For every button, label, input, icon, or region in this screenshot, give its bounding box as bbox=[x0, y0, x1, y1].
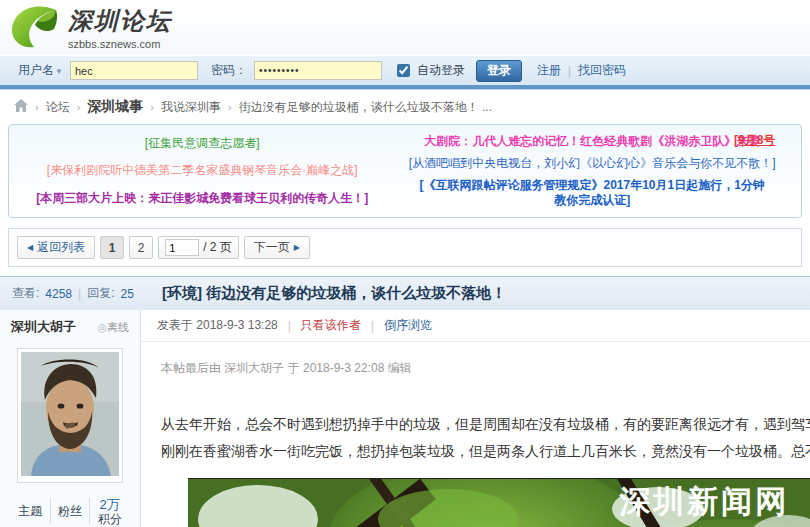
post-meta-bar: 发表于 2018-9-3 13:28 | 只看该作者 | 倒序浏览 bbox=[141, 310, 810, 342]
watermark-en: sznews.com bbox=[619, 519, 806, 527]
thread-title: [环境] 街边没有足够的垃圾桶，谈什么垃圾不落地！ bbox=[162, 284, 506, 303]
breadcrumb-separator: › bbox=[35, 101, 39, 113]
photo-watermark: 深圳新闻网 sznews.com bbox=[619, 485, 806, 527]
password-label: 密码： bbox=[211, 62, 247, 79]
site-header: 深圳论坛 szbbs.sznews.com bbox=[0, 0, 810, 55]
back-to-list-button[interactable]: ◀ 返回列表 bbox=[17, 236, 95, 259]
stat-points[interactable]: 2万 积分 bbox=[90, 497, 129, 526]
breadcrumb-city[interactable]: 深圳城事 bbox=[87, 98, 143, 116]
reverse-order-link[interactable]: 倒序浏览 bbox=[384, 317, 432, 334]
post-row: 深圳大胡子 ◎离线 主题 粉丝 bbox=[0, 310, 810, 527]
divider: | bbox=[78, 287, 81, 301]
site-logo[interactable]: 深圳论坛 szbbs.sznews.com bbox=[10, 3, 172, 52]
post-line: 刚刚在香蜜湖香水一街吃完饭，想扔掉包装垃圾，但是两条人行道上几百米长，竟然没有一… bbox=[161, 438, 810, 465]
post-time: 发表于 2018-9-3 13:28 bbox=[157, 317, 278, 334]
announcement-link[interactable]: [从酒吧唱到中央电视台，刘小幻《以心幻心》音乐会与你不见不散！] bbox=[389, 156, 795, 171]
chevron-right-icon: ▶ bbox=[294, 243, 300, 252]
replies-label: 回复: bbox=[87, 285, 114, 302]
pagination-bar: ◀ 返回列表 1 2 / 2 页 下一页 ▶ bbox=[8, 228, 802, 267]
avatar-portrait bbox=[21, 352, 119, 476]
offline-icon: ◎ bbox=[97, 321, 107, 333]
replies-count: 25 bbox=[121, 287, 134, 301]
author-status: ◎离线 bbox=[97, 320, 129, 335]
watermark-cn: 深圳新闻网 bbox=[619, 485, 806, 519]
thread-header: 查看: 4258 | 回复: 25 [环境] 街边没有足够的垃圾桶，谈什么垃圾不… bbox=[0, 276, 810, 310]
forgot-password-link[interactable]: 找回密码 bbox=[578, 62, 626, 79]
views-count: 4258 bbox=[45, 287, 72, 301]
author-avatar[interactable] bbox=[17, 348, 123, 483]
page-jump-input[interactable] bbox=[165, 239, 199, 256]
divider: | bbox=[288, 319, 291, 333]
points-label: 积分 bbox=[90, 512, 129, 526]
leaf-logo-icon bbox=[10, 3, 60, 52]
chevron-down-icon[interactable]: ▼ bbox=[55, 67, 63, 76]
site-title: 深圳论坛 bbox=[68, 5, 172, 37]
post-line: 从去年开始，总会不时遇到想扔掉手中的垃圾，但是周围却在没有垃圾桶，有的要距离很远… bbox=[161, 411, 810, 438]
breadcrumb-thread: 街边没有足够的垃圾桶，谈什么垃圾不落地！ ... bbox=[239, 99, 492, 116]
auto-login-label: 自动登录 bbox=[417, 62, 465, 79]
author-name[interactable]: 深圳大胡子 bbox=[11, 318, 76, 336]
announcement-link[interactable]: [来保利剧院听中德美第二季名家盛典钢琴音乐会·巅峰之战] bbox=[15, 163, 389, 178]
page-number[interactable]: 2 bbox=[129, 236, 153, 259]
announcement-link[interactable]: [《互联网跟帖评论服务管理规定》2017年10月1日起施行，1分钟教你完成认证] bbox=[389, 178, 795, 208]
points-value: 2万 bbox=[90, 497, 129, 512]
login-bar: 用户名▼ 密码： 自动登录 登录 注册 | 找回密码 bbox=[0, 55, 810, 85]
edit-note: 本帖最后由 深圳大胡子 于 2018-9-3 22:08 编辑 bbox=[161, 360, 810, 377]
login-button[interactable]: 登录 bbox=[476, 60, 522, 82]
announcement-link[interactable]: [9月8号 bbox=[734, 132, 775, 149]
author-stats: 主题 粉丝 2万 积分 bbox=[11, 496, 129, 526]
author-sidebar: 深圳大胡子 ◎离线 主题 粉丝 bbox=[0, 310, 141, 527]
username-input[interactable] bbox=[70, 61, 198, 80]
page-number-current: 1 bbox=[100, 236, 124, 259]
chevron-left-icon: ◀ bbox=[27, 243, 33, 252]
views-label: 查看: bbox=[12, 285, 39, 302]
post-body: 从去年开始，总会不时遇到想扔掉手中的垃圾，但是周围却在没有垃圾桶，有的要距离很远… bbox=[161, 411, 810, 465]
password-input[interactable] bbox=[254, 61, 382, 80]
next-page-button[interactable]: 下一页 ▶ bbox=[244, 236, 310, 259]
auto-login-checkbox[interactable] bbox=[397, 64, 410, 77]
post-content: 发表于 2018-9-3 13:28 | 只看该作者 | 倒序浏览 本帖最后由 … bbox=[141, 310, 810, 527]
breadcrumb-separator: › bbox=[150, 101, 154, 113]
breadcrumb-subforum[interactable]: 我说深圳事 bbox=[161, 99, 221, 116]
stat-topics[interactable]: 主题 bbox=[11, 496, 50, 526]
announcement-link[interactable]: [征集民意调查志愿者] bbox=[15, 136, 389, 151]
page-total-label: / 2 页 bbox=[203, 239, 232, 256]
home-icon[interactable] bbox=[14, 99, 28, 115]
breadcrumb-forum[interactable]: 论坛 bbox=[46, 99, 70, 116]
page-jump-group: / 2 页 bbox=[158, 236, 239, 259]
divider: | bbox=[568, 64, 571, 78]
announcement-box: [征集民意调查志愿者] [来保利剧院听中德美第二季名家盛典钢琴音乐会·巅峰之战]… bbox=[8, 124, 802, 218]
breadcrumb: › 论坛 › 深圳城事 › 我说深圳事 › 街边没有足够的垃圾桶，谈什么垃圾不落… bbox=[0, 90, 810, 122]
stat-fans[interactable]: 粉丝 bbox=[51, 496, 90, 526]
site-domain: szbbs.sznews.com bbox=[68, 38, 172, 50]
username-label: 用户名▼ bbox=[18, 62, 63, 79]
announcement-link[interactable]: [本周三部大片上映：来正佳影城免费看球王贝利的传奇人生！] bbox=[15, 191, 389, 206]
breadcrumb-separator: › bbox=[228, 101, 232, 113]
post-photo[interactable]: 深圳新闻网 sznews.com bbox=[188, 478, 810, 527]
breadcrumb-separator: › bbox=[77, 101, 81, 113]
register-link[interactable]: 注册 bbox=[537, 62, 561, 79]
only-author-link[interactable]: 只看该作者 bbox=[301, 317, 361, 334]
divider: | bbox=[371, 319, 374, 333]
thread-stats: 查看: 4258 | 回复: 25 bbox=[0, 285, 142, 302]
announcement-left-column: [征集民意调查志愿者] [来保利剧院听中德美第二季名家盛典钢琴音乐会·巅峰之战]… bbox=[15, 130, 389, 212]
